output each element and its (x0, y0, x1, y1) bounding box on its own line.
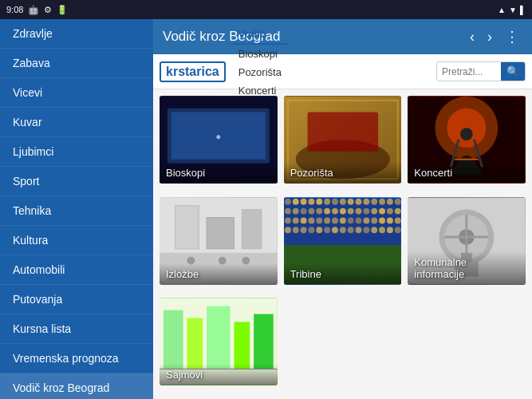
svg-point-74 (308, 227, 314, 233)
app-body: ZdravljeZabavaViceviKuvarLjubimciSportTe… (0, 19, 532, 399)
sidebar-item-kuvar[interactable]: Kuvar (0, 108, 153, 137)
svg-point-62 (332, 217, 338, 223)
svg-point-68 (379, 217, 385, 223)
svg-point-85 (394, 227, 400, 233)
svg-rect-96 (187, 318, 203, 369)
grid-item-pozorista[interactable]: Pozorišta (284, 96, 402, 184)
more-options-icon[interactable]: ⋮ (502, 25, 522, 49)
grid-item-komunalne[interactable]: Komunalne informacije (408, 197, 526, 285)
sidebar-item-tehnika[interactable]: Tehnika (0, 196, 153, 226)
svg-point-56 (285, 217, 291, 223)
forward-icon[interactable]: › (484, 26, 495, 49)
sidebar-item-zdravlje[interactable]: Zdravlje (0, 19, 153, 49)
time: 9:08 (6, 5, 23, 14)
svg-point-30 (316, 198, 322, 204)
krstarica-logo[interactable]: krstarica (160, 61, 226, 82)
svg-point-70 (394, 217, 400, 223)
svg-point-78 (340, 227, 346, 233)
svg-point-80 (355, 227, 361, 233)
sidebar-item-kursna-lista[interactable]: Kursna lista (0, 314, 153, 344)
status-right: ▲ ▼ ▌ (498, 6, 526, 14)
sidebar-item-kultura[interactable]: Kultura (0, 226, 153, 255)
nav-tab-vodič[interactable]: Vodič (232, 25, 288, 45)
sidebar-item-vremenska-prognoza[interactable]: Vremenska prognoza (0, 344, 153, 373)
sidebar-item-putovanja[interactable]: Putovanja (0, 285, 153, 314)
svg-point-73 (300, 227, 306, 233)
svg-text:●: ● (215, 131, 221, 142)
svg-point-53 (379, 207, 385, 214)
svg-point-27 (292, 198, 298, 204)
svg-point-66 (363, 217, 369, 223)
svg-point-64 (347, 217, 353, 223)
svg-rect-97 (207, 306, 231, 369)
grid-item-bioskopi[interactable]: ● Bioskopi (160, 96, 278, 184)
svg-point-36 (363, 198, 369, 204)
svg-point-34 (347, 198, 353, 204)
svg-rect-9 (307, 113, 378, 152)
svg-point-48 (340, 207, 346, 214)
svg-point-58 (300, 217, 306, 223)
main-content: Vodič kroz Beograd ‹ › ⋮ krstarica Vodič… (153, 19, 532, 399)
svg-point-84 (387, 227, 393, 233)
search-button[interactable]: 🔍 (501, 62, 525, 81)
svg-point-54 (387, 207, 393, 214)
svg-point-31 (324, 198, 330, 204)
nav-tab-pozorišta[interactable]: Pozorišta (232, 63, 288, 81)
svg-point-47 (332, 207, 338, 214)
svg-point-72 (292, 227, 298, 233)
back-icon[interactable]: ‹ (467, 26, 478, 49)
svg-point-79 (347, 227, 353, 233)
svg-point-40 (394, 198, 400, 204)
nav-tab-bioskopi[interactable]: Bioskopi (232, 45, 288, 63)
battery-icon: 🔋 (57, 5, 68, 15)
settings-icon: ⚙ (44, 5, 52, 15)
svg-point-44 (308, 207, 314, 214)
svg-point-83 (379, 227, 385, 233)
svg-point-32 (332, 198, 338, 204)
grid-item-tribine[interactable]: Tribine (284, 197, 402, 285)
svg-point-38 (379, 198, 385, 204)
svg-point-71 (285, 227, 291, 233)
sidebar-item-ljubimci[interactable]: Ljubimci (0, 137, 153, 167)
svg-point-37 (371, 198, 377, 204)
grid-item-izlozbe[interactable]: Izložbe (160, 197, 278, 285)
svg-point-81 (363, 227, 369, 233)
search-container: 🔍 (436, 61, 526, 81)
battery-right-icon: ▌ (520, 6, 526, 14)
svg-point-75 (316, 227, 322, 233)
svg-rect-20 (242, 209, 262, 248)
svg-point-59 (308, 217, 314, 223)
svg-point-57 (292, 217, 298, 223)
status-left: 9:08 🤖 ⚙ 🔋 (6, 5, 68, 15)
svg-point-61 (324, 217, 330, 223)
svg-point-50 (355, 207, 361, 214)
svg-point-82 (371, 227, 377, 233)
grid-item-label-bioskopi: Bioskopi (160, 162, 278, 184)
svg-point-65 (355, 217, 361, 223)
svg-point-76 (324, 227, 330, 233)
grid-item-sajmovi[interactable]: Sajmovi (160, 298, 278, 385)
sidebar-item-vodič-kroz-beograd[interactable]: Vodič kroz Beograd (0, 373, 153, 399)
svg-point-39 (387, 198, 393, 204)
status-bar: 9:08 🤖 ⚙ 🔋 ▲ ▼ ▌ (0, 0, 532, 19)
svg-point-28 (300, 198, 306, 204)
sidebar-item-sport[interactable]: Sport (0, 167, 153, 196)
svg-point-29 (308, 198, 314, 204)
search-input[interactable] (437, 63, 501, 81)
svg-rect-95 (164, 310, 183, 369)
grid-item-label-koncerti: Koncerti (408, 162, 526, 184)
svg-point-46 (324, 207, 330, 214)
svg-point-51 (363, 207, 369, 214)
sidebar-item-vicevi[interactable]: Vicevi (0, 78, 153, 108)
sidebar-item-zabava[interactable]: Zabava (0, 49, 153, 78)
content-grid: ● Bioskopi Pozorišta (153, 89, 532, 399)
svg-point-33 (340, 198, 346, 204)
nav-tabs-bar: krstarica VodičBioskopiPozorištaKoncerti… (153, 54, 532, 89)
svg-point-45 (316, 207, 322, 214)
svg-point-35 (355, 198, 361, 204)
svg-point-77 (332, 227, 338, 233)
grid-item-koncerti[interactable]: Koncerti (408, 96, 526, 184)
grid-item-label-sajmovi: Sajmovi (160, 364, 278, 385)
sidebar-item-automobili[interactable]: Automobili (0, 255, 153, 285)
svg-point-42 (292, 207, 298, 214)
